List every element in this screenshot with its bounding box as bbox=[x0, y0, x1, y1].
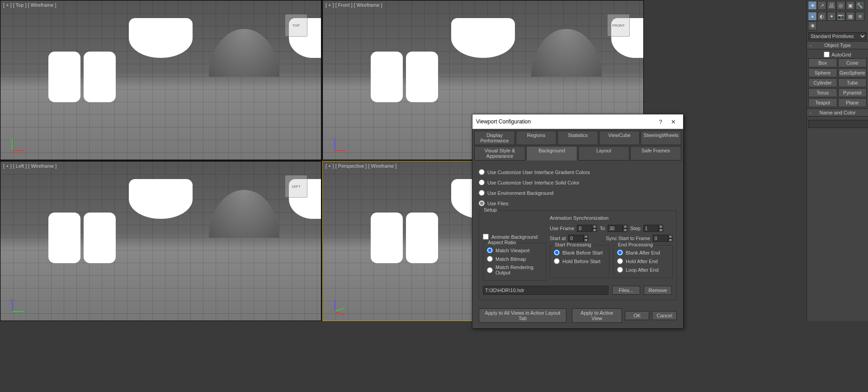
cameras-icon[interactable]: 📷 bbox=[836, 12, 845, 21]
svg-line-14 bbox=[335, 312, 344, 315]
radio-match-viewport[interactable] bbox=[487, 247, 493, 253]
radio-match-bitmap[interactable] bbox=[487, 256, 493, 262]
ok-button[interactable]: OK bbox=[625, 311, 650, 320]
axis-gizmo: yz bbox=[9, 297, 27, 315]
torus-button[interactable]: Torus bbox=[808, 88, 837, 97]
helpers-icon[interactable]: ▦ bbox=[846, 12, 855, 21]
viewport-label[interactable]: [ + ] [ Front ] [ Wireframe ] bbox=[326, 2, 382, 8]
tab-visual-style[interactable]: Visual Style & Appearance bbox=[474, 146, 525, 161]
plane-button[interactable]: Plane bbox=[838, 98, 867, 107]
to-frame-input[interactable] bbox=[608, 225, 623, 232]
tab-viewcube[interactable]: ViewCube bbox=[599, 131, 640, 145]
radio-solid-label: Use Customize User Interface Solid Color bbox=[487, 180, 580, 185]
svg-text:z: z bbox=[9, 298, 11, 302]
spinner-buttons[interactable]: ▲▼ bbox=[584, 235, 588, 242]
animate-background-checkbox[interactable] bbox=[483, 234, 489, 240]
apply-active-view-button[interactable]: Apply to Active View bbox=[572, 308, 622, 323]
apply-all-views-button[interactable]: Apply to All Views in Active Layout Tab bbox=[479, 308, 566, 323]
sphere-button[interactable]: Sphere bbox=[808, 68, 837, 77]
primitive-category-select[interactable]: Standard Primitives bbox=[808, 32, 867, 40]
box-button[interactable]: Box bbox=[808, 58, 837, 67]
viewport-label[interactable]: [ + ] [ Top ] [ Wireframe ] bbox=[3, 2, 56, 8]
radio-match-rendering[interactable] bbox=[487, 267, 493, 273]
viewport-label[interactable]: [ + ] [ Perspective ] [ Wireframe ] bbox=[326, 163, 396, 169]
display-tab-icon[interactable]: ▣ bbox=[846, 1, 855, 10]
radio-gradient-colors[interactable] bbox=[479, 169, 485, 175]
modify-tab-icon[interactable]: ↗ bbox=[817, 1, 826, 10]
systems-icon[interactable]: ✱ bbox=[808, 21, 817, 30]
axis-gizmo bbox=[331, 297, 349, 315]
dialog-title: Viewport Configuration bbox=[476, 118, 654, 125]
radio-loop-after[interactable] bbox=[617, 267, 623, 273]
hierarchy-tab-icon[interactable]: 品 bbox=[827, 1, 836, 10]
sync-start-input[interactable] bbox=[653, 235, 668, 242]
tab-display-performance[interactable]: Display Performance bbox=[474, 131, 515, 145]
radio-use-files[interactable] bbox=[479, 200, 485, 206]
cone-button[interactable]: Cone bbox=[838, 58, 867, 67]
setup-group-title: Setup bbox=[482, 207, 499, 213]
tab-regions[interactable]: Regions bbox=[516, 131, 557, 145]
teapot-button[interactable]: Teapot bbox=[808, 98, 837, 107]
radio-hold-after[interactable] bbox=[617, 258, 623, 264]
radio-environment-bg[interactable] bbox=[479, 190, 485, 196]
tab-steeringwheels[interactable]: SteeringWheels bbox=[641, 131, 681, 145]
cylinder-button[interactable]: Cylinder bbox=[808, 78, 837, 87]
spinner-buttons[interactable]: ▲▼ bbox=[668, 235, 673, 242]
axis-gizmo: xz bbox=[331, 136, 349, 154]
radio-files-label: Use Files: bbox=[487, 201, 509, 206]
radio-solid-color[interactable] bbox=[479, 179, 485, 185]
object-type-rollout-header[interactable]: Object Type bbox=[807, 41, 868, 49]
create-tab-icon[interactable]: ✹ bbox=[808, 1, 817, 10]
autogrid-checkbox[interactable] bbox=[824, 52, 830, 57]
svg-line-13 bbox=[335, 308, 344, 312]
radio-blank-before[interactable] bbox=[554, 250, 560, 255]
viewport-configuration-dialog: Viewport Configuration ? ✕ Display Perfo… bbox=[472, 114, 684, 329]
shapes-icon[interactable]: ◐ bbox=[817, 12, 826, 21]
radio-gradient-label: Use Customize User Interface Gradient Co… bbox=[487, 170, 590, 175]
svg-text:x: x bbox=[23, 151, 25, 154]
object-name-input[interactable] bbox=[808, 120, 868, 128]
viewport-label[interactable]: [ + ] [ Left ] [ Wireframe ] bbox=[3, 163, 57, 169]
use-frame-input[interactable] bbox=[577, 225, 592, 232]
remove-button[interactable]: Remove bbox=[644, 286, 672, 295]
file-path-input[interactable] bbox=[483, 286, 609, 295]
axis-gizmo: xy bbox=[9, 136, 27, 154]
tab-background[interactable]: Background bbox=[526, 146, 577, 161]
utilities-tab-icon[interactable]: 🔧 bbox=[855, 1, 864, 10]
spinner-buttons[interactable]: ▲▼ bbox=[592, 225, 597, 232]
lights-icon[interactable]: ✦ bbox=[827, 12, 836, 21]
motion-tab-icon[interactable]: ◎ bbox=[836, 1, 845, 10]
anim-sync-title: Animation Synchronization bbox=[550, 214, 673, 223]
create-categories: ● ◐ ✦ 📷 ▦ ≋ ✱ bbox=[807, 11, 868, 31]
name-color-rollout-header[interactable]: Name and Color bbox=[807, 109, 868, 117]
viewport-scene bbox=[0, 161, 321, 321]
command-panel: ✹ ↗ 品 ◎ ▣ 🔧 ● ◐ ✦ 📷 ▦ ≋ ✱ Standard Primi… bbox=[807, 0, 868, 321]
help-button[interactable]: ? bbox=[654, 117, 667, 126]
viewcube[interactable]: LEFT bbox=[285, 175, 307, 198]
viewcube[interactable]: FRONT bbox=[607, 14, 630, 37]
spinner-buttons[interactable]: ▲▼ bbox=[623, 225, 627, 232]
viewport-left[interactable]: [ + ] [ Left ] [ Wireframe ] LEFT yz bbox=[0, 161, 321, 321]
tab-safe-frames[interactable]: Safe Frames bbox=[630, 146, 681, 161]
spinner-buttons[interactable]: ▲▼ bbox=[659, 225, 663, 232]
start-processing-title: Start Processing bbox=[553, 242, 593, 247]
viewcube[interactable]: TOP bbox=[285, 14, 307, 37]
dialog-titlebar[interactable]: Viewport Configuration ? ✕ bbox=[472, 114, 683, 129]
close-button[interactable]: ✕ bbox=[667, 117, 679, 126]
geosphere-button[interactable]: GeoSphere bbox=[838, 68, 867, 77]
viewport-top[interactable]: [ + ] [ Top ] [ Wireframe ] TOP xy bbox=[0, 0, 321, 160]
step-input[interactable] bbox=[643, 225, 659, 232]
radio-env-label: Use Environment Background bbox=[487, 190, 553, 196]
pyramid-button[interactable]: Pyramid bbox=[838, 88, 867, 97]
tab-statistics[interactable]: Statistics bbox=[557, 131, 598, 145]
tab-layout[interactable]: Layout bbox=[578, 146, 629, 161]
files-button[interactable]: Files... bbox=[612, 286, 640, 295]
svg-text:z: z bbox=[332, 137, 334, 141]
geometry-icon[interactable]: ● bbox=[808, 12, 817, 21]
radio-blank-after[interactable] bbox=[617, 250, 623, 255]
cancel-button[interactable]: Cancel bbox=[652, 311, 677, 320]
tube-button[interactable]: Tube bbox=[838, 78, 867, 87]
start-at-input[interactable] bbox=[568, 235, 584, 242]
radio-hold-before[interactable] bbox=[554, 258, 560, 264]
spacewarps-icon[interactable]: ≋ bbox=[855, 12, 864, 21]
